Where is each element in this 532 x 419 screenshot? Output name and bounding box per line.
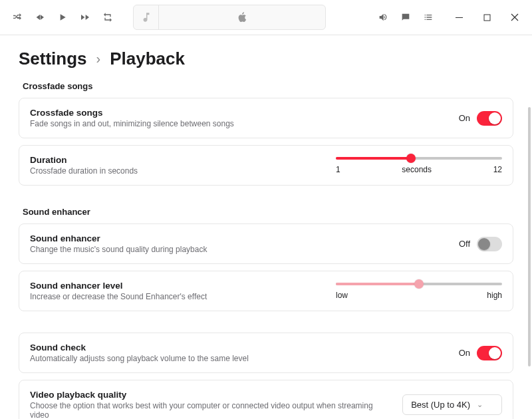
lyrics-button[interactable] [396, 8, 415, 27]
toggle-state-label: On [459, 113, 470, 123]
toggle-state-label: On [459, 348, 470, 358]
row-title: Crossfade songs [30, 108, 448, 118]
row-title: Sound enhancer [30, 233, 448, 243]
music-note-icon [134, 5, 159, 29]
row-title: Duration [30, 155, 325, 165]
player-toolbar [0, 0, 532, 35]
breadcrumb-parent[interactable]: Settings [19, 49, 87, 69]
row-subtitle: Crossfade duration in seconds [30, 166, 325, 176]
repeat-button[interactable] [98, 8, 117, 27]
previous-button[interactable] [31, 8, 49, 27]
sound-check-card: Sound check Automatically adjusts song p… [19, 333, 513, 373]
slider-high-label: high [487, 291, 502, 300]
row-title: Sound enhancer level [30, 281, 325, 291]
now-playing-panel [133, 5, 326, 30]
slider-unit-label: seconds [402, 165, 432, 174]
row-subtitle: Fade songs in and out, minimizing silenc… [30, 119, 448, 128]
svg-rect-1 [484, 15, 490, 21]
breadcrumb-current: Playback [110, 49, 185, 69]
breadcrumb: Settings › Playback [19, 49, 513, 69]
sound-check-toggle[interactable] [477, 346, 502, 360]
play-button[interactable] [53, 8, 72, 27]
svg-rect-0 [456, 17, 463, 18]
chevron-down-icon: ⌄ [477, 400, 483, 409]
row-subtitle: Change the music's sound quality during … [30, 245, 448, 254]
enhancer-level-card: Sound enhancer level Increase or decreas… [19, 271, 513, 311]
shuffle-button[interactable] [8, 8, 27, 27]
row-title: Sound check [30, 343, 448, 352]
crossfade-duration-slider[interactable] [336, 157, 502, 160]
apple-logo-icon [159, 11, 325, 23]
crossfade-duration-card: Duration Crossfade duration in seconds 1… [19, 145, 513, 186]
row-title: Video playback quality [30, 390, 392, 400]
select-value: Best (Up to 4K) [411, 400, 470, 410]
settings-content: Settings › Playback Crossfade songs Cros… [0, 35, 532, 419]
minimize-window-button[interactable] [450, 8, 468, 27]
row-subtitle: Choose the option that works best with y… [30, 401, 392, 419]
enhancer-toggle-card: Sound enhancer Change the music's sound … [19, 223, 513, 264]
slider-min-label: 1 [336, 165, 340, 174]
queue-button[interactable] [419, 8, 438, 27]
row-subtitle: Automatically adjusts song playback volu… [30, 354, 448, 363]
toggle-state-label: Off [459, 239, 470, 249]
crossfade-toggle-card: Crossfade songs Fade songs in and out, m… [19, 98, 513, 138]
chevron-right-icon: › [96, 51, 101, 67]
maximize-window-button[interactable] [477, 8, 496, 27]
slider-max-label: 12 [493, 165, 502, 174]
enhancer-level-slider[interactable] [336, 283, 502, 285]
enhancer-toggle[interactable] [477, 237, 502, 251]
video-quality-card: Video playback quality Choose the option… [19, 380, 513, 419]
video-quality-select[interactable]: Best (Up to 4K) ⌄ [402, 394, 502, 415]
section-header-crossfade: Crossfade songs [23, 81, 513, 91]
volume-button[interactable] [374, 8, 392, 27]
close-window-button[interactable] [505, 8, 524, 27]
scrollbar[interactable] [528, 107, 531, 366]
slider-low-label: low [336, 291, 348, 300]
row-subtitle: Increase or decrease the Sound Enhancer'… [30, 292, 325, 301]
next-button[interactable] [76, 8, 94, 27]
crossfade-toggle[interactable] [477, 111, 502, 126]
section-header-enhancer: Sound enhancer [23, 207, 513, 217]
